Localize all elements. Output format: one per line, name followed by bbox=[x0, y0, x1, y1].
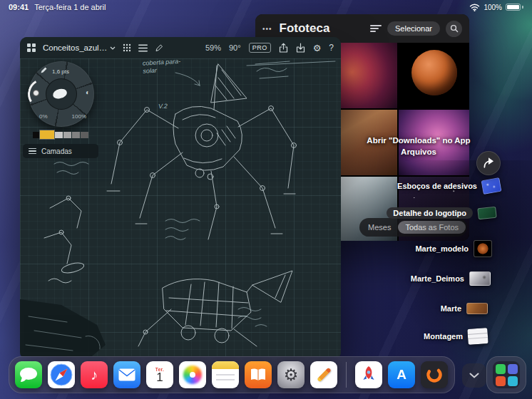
layers-label: Camadas bbox=[41, 147, 72, 155]
swatch-grey-4[interactable] bbox=[81, 132, 88, 138]
dock-messages-icon[interactable] bbox=[15, 361, 42, 388]
dock-appstore-icon[interactable]: A bbox=[388, 361, 415, 388]
status-left: 09:41 Terça-feira 1 de abril bbox=[9, 3, 106, 11]
brush-size-label: 1,6 pts bbox=[52, 68, 69, 75]
search-button[interactable] bbox=[446, 21, 462, 37]
forward-share-button[interactable] bbox=[476, 151, 501, 175]
battery-icon bbox=[506, 4, 521, 11]
brush-preview[interactable] bbox=[46, 78, 77, 110]
battery-nub bbox=[522, 6, 523, 9]
dock-photos-icon[interactable] bbox=[179, 361, 206, 388]
pen-tool-icon[interactable] bbox=[155, 43, 163, 52]
music-note-icon: ♪ bbox=[91, 367, 98, 383]
drag-item-esbocos[interactable]: Esboços de adesivos bbox=[397, 179, 501, 193]
pencil-icon bbox=[40, 66, 48, 74]
drag-item-label: Marte_modelo bbox=[415, 244, 469, 253]
orange-swirl-icon bbox=[425, 366, 444, 384]
segment-todas-as-fotos[interactable]: Todas as Fotos bbox=[398, 221, 466, 234]
drag-item-marte-deimos[interactable]: Marte_Deimos bbox=[411, 271, 491, 286]
drop-hint-label: Abrir "Downloads" no App Arquivos bbox=[365, 135, 472, 157]
dock-safari-icon[interactable] bbox=[48, 361, 75, 388]
dock-rocket-icon[interactable] bbox=[355, 361, 382, 388]
concepts-toolbar: Conceitos_azul… bbox=[20, 37, 341, 58]
segment-meses[interactable]: Meses bbox=[361, 221, 398, 234]
dock-orange-app-icon[interactable] bbox=[421, 361, 448, 388]
toolbar-right: 59% 90° PRO ⚙ bbox=[205, 43, 334, 53]
terrain-thumbnail bbox=[466, 303, 488, 314]
concepts-window: Conceitos_azul… bbox=[20, 37, 341, 359]
dock-calendar-icon[interactable]: Ter. 1 bbox=[146, 361, 173, 388]
opacity-half-icon[interactable]: ◐ bbox=[86, 88, 90, 96]
drag-item-marte[interactable]: Marte bbox=[441, 303, 488, 314]
hide-dock-button[interactable] bbox=[462, 363, 486, 388]
drag-item-montagem[interactable]: Montagem bbox=[424, 328, 488, 344]
app-library-dock bbox=[486, 356, 526, 393]
dock-markup-icon[interactable] bbox=[310, 361, 337, 388]
dock-divider bbox=[346, 362, 347, 388]
photos-segmented-control: Meses Todas as Fotos bbox=[359, 218, 467, 237]
search-icon bbox=[450, 24, 459, 33]
appstore-letter: A bbox=[397, 367, 406, 383]
dock-mail-icon[interactable] bbox=[113, 361, 140, 388]
swatch-black[interactable] bbox=[33, 132, 39, 138]
layers-panel-header[interactable]: Camadas bbox=[23, 144, 98, 158]
dock-books-icon[interactable] bbox=[245, 361, 272, 388]
rotation-angle[interactable]: 90° bbox=[229, 43, 241, 52]
swatch-grey-2[interactable] bbox=[63, 132, 71, 138]
version-annotation: V.2 bbox=[158, 103, 168, 110]
pro-badge[interactable]: PRO bbox=[249, 43, 271, 53]
objects-grid-icon[interactable] bbox=[123, 43, 131, 52]
swatch-grey-1[interactable] bbox=[55, 132, 63, 138]
battery-percent: 100% bbox=[484, 4, 502, 11]
projects-grid-icon[interactable] bbox=[27, 43, 36, 52]
app-library-icon[interactable] bbox=[493, 361, 520, 388]
dock-music-icon[interactable]: ♪ bbox=[81, 361, 108, 388]
layer-color-strip[interactable] bbox=[33, 130, 88, 139]
deimos-thumbnail bbox=[469, 271, 491, 286]
logo-thumbnail bbox=[477, 207, 497, 220]
brush-tool-wheel[interactable]: 1,6 pts ◐ 0% 100% bbox=[29, 61, 94, 127]
rocket-icon bbox=[359, 365, 378, 385]
date-label: Terça-feira 1 de abril bbox=[34, 3, 106, 11]
calendar-day: 1 bbox=[156, 371, 163, 383]
export-icon[interactable] bbox=[279, 43, 288, 53]
brush-stroke-preview bbox=[52, 88, 68, 100]
zoom-level[interactable]: 59% bbox=[205, 43, 221, 52]
gear-icon: ⚙ bbox=[284, 367, 299, 383]
drag-item-detalhe[interactable]: Detalhe do logotipo bbox=[387, 207, 496, 219]
drag-item-label: Marte_Deimos bbox=[411, 274, 464, 283]
title-chevron-icon bbox=[110, 46, 116, 50]
import-icon[interactable] bbox=[296, 43, 305, 53]
menu-lines-icon[interactable] bbox=[138, 44, 148, 52]
select-button[interactable]: Selecionar bbox=[387, 21, 440, 36]
color-swatch-icon[interactable] bbox=[33, 90, 39, 96]
document-title-dropdown[interactable]: Conceitos_azul… bbox=[43, 43, 116, 52]
dock-notes-icon[interactable] bbox=[212, 361, 239, 388]
drag-item-label: Detalhe do logotipo bbox=[387, 207, 473, 219]
forward-arrow-icon bbox=[480, 155, 497, 172]
envelope-icon bbox=[118, 368, 135, 381]
window-more-menu[interactable]: ••• bbox=[262, 25, 272, 33]
status-bar: 09:41 Terça-feira 1 de abril 100% bbox=[0, 0, 532, 14]
help-icon[interactable]: ? bbox=[329, 43, 334, 53]
opacity-max-label: 100% bbox=[72, 113, 86, 120]
dock: ♪ Ter. 1 ⚙ bbox=[9, 356, 455, 393]
mars-sphere-thumbnail bbox=[474, 240, 492, 257]
document-title: Conceitos_azul… bbox=[43, 43, 107, 52]
swatch-grey-3[interactable] bbox=[72, 132, 80, 138]
sail-annotation: coberta para-solar bbox=[142, 58, 188, 75]
stickers-thumbnail bbox=[481, 177, 501, 195]
drag-item-label: Montagem bbox=[424, 332, 463, 341]
swatch-yellow-selected[interactable] bbox=[40, 130, 54, 139]
settings-gear-icon[interactable]: ⚙ bbox=[313, 43, 322, 53]
photos-title: Fototeca bbox=[280, 21, 330, 36]
status-right: 100% bbox=[469, 4, 523, 11]
photo-tile-mars-globe[interactable] bbox=[399, 43, 469, 108]
layers-menu-icon bbox=[29, 148, 36, 155]
drag-item-marte-modelo[interactable]: Marte_modelo bbox=[415, 240, 492, 257]
dock-settings-icon[interactable]: ⚙ bbox=[277, 361, 305, 388]
view-options-icon[interactable] bbox=[370, 24, 382, 33]
ipad-screen: 09:41 Terça-feira 1 de abril 100% ••• Fo… bbox=[0, 0, 532, 399]
pencil-icon bbox=[317, 368, 332, 383]
clock: 09:41 bbox=[9, 3, 29, 11]
